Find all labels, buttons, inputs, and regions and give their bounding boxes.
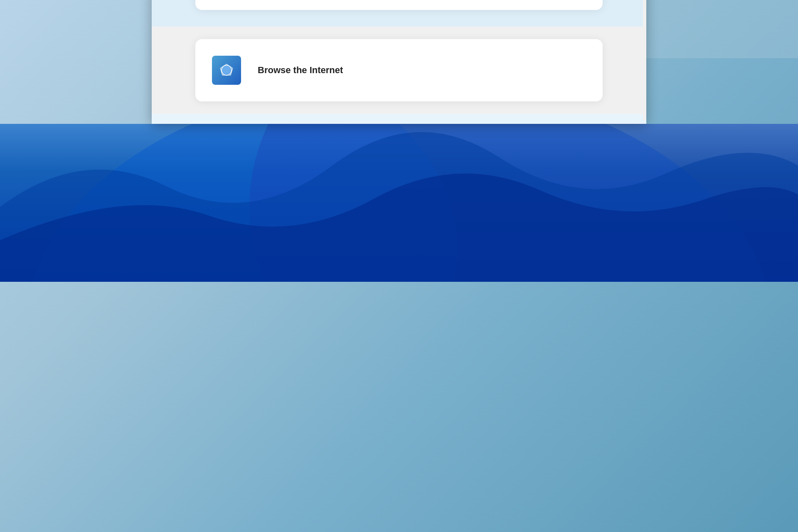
wallpaper-bottom xyxy=(0,124,798,282)
wave-svg xyxy=(0,124,798,282)
browser-window: ← → ↻ 🔒 zend2.com ⬆ ☆ G W 🔊 K 🧩 ▣ H ⋮ xyxy=(152,0,646,124)
gray-section: Browse the Internet xyxy=(152,27,646,114)
browse-title: Browse the Internet xyxy=(258,65,343,76)
browse-card: Browse the Internet xyxy=(195,39,603,101)
globe-icon xyxy=(218,62,235,79)
browse-icon xyxy=(212,56,241,85)
hero-section: Benefits of online anonymous proxy More … xyxy=(152,0,646,27)
hero-card: Benefits of online anonymous proxy More … xyxy=(195,0,603,10)
scrollbar[interactable] xyxy=(643,0,646,120)
website-content: Zend2.com Freedom of Speech Home About u… xyxy=(152,0,646,124)
svg-point-1 xyxy=(222,65,232,75)
